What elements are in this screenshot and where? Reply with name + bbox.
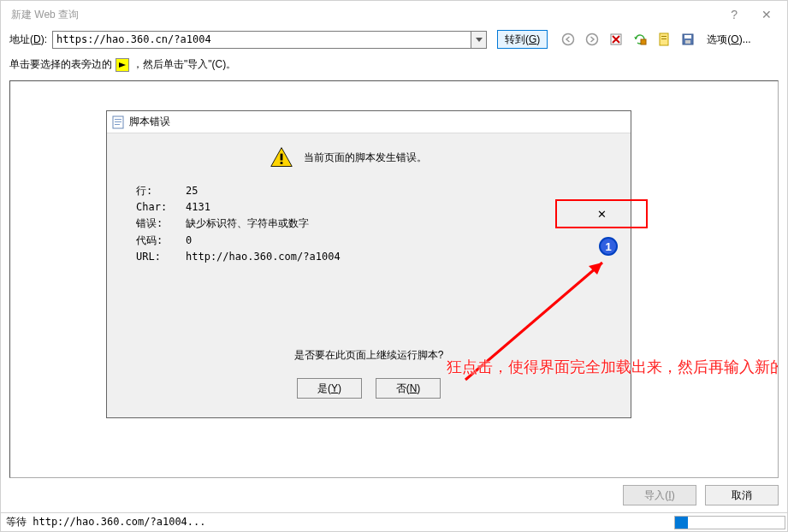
- instruction-row: 单击要选择的表旁边的 ，然后单击"导入"(C)。: [1, 52, 787, 80]
- svg-rect-11: [115, 119, 121, 120]
- go-button[interactable]: 转到(G): [497, 30, 548, 49]
- address-input[interactable]: [53, 32, 471, 48]
- line-value: 25: [186, 183, 198, 199]
- svg-rect-14: [281, 154, 283, 161]
- warning-icon: [270, 145, 293, 169]
- back-icon[interactable]: [561, 33, 575, 46]
- address-bar: 地址(D): 转到(G): [1, 28, 787, 52]
- svg-rect-9: [685, 40, 690, 44]
- dialog-title-text: 脚本错误: [129, 115, 170, 129]
- instruction-suffix: ，然后单击"导入"(C)。: [133, 57, 236, 72]
- svg-rect-3: [641, 39, 646, 44]
- svg-rect-12: [115, 121, 121, 122]
- options-button[interactable]: 选项(O)...: [707, 33, 750, 47]
- svg-rect-13: [115, 124, 120, 125]
- dialog-question: 是否要在此页面上继续运行脚本?: [124, 348, 613, 363]
- svg-rect-6: [661, 38, 667, 39]
- yes-button[interactable]: 是(Y): [297, 378, 362, 399]
- select-arrow-icon: [116, 58, 129, 72]
- dialog-message: 当前页面的脚本发生错误。: [304, 151, 427, 165]
- line-label: 行:: [136, 183, 186, 199]
- svg-rect-15: [281, 162, 283, 164]
- window-title: 新建 Web 查询: [11, 8, 79, 22]
- char-label: Char:: [136, 199, 186, 216]
- titlebar-controls: ? ✕: [731, 8, 785, 21]
- web-query-window: 新建 Web 查询 ? ✕ 地址(D): 转到(G): [0, 0, 788, 532]
- cancel-button[interactable]: 取消: [705, 485, 779, 505]
- script-error-dialog: 脚本错误 当前页面的脚本发生错误。 行:25 Char:4131 错误:缺少标识…: [106, 110, 631, 418]
- progress-bar: [674, 516, 785, 529]
- code-value: 0: [186, 233, 192, 249]
- statusbar: 等待 http://hao.360.com/?a1004...: [1, 512, 787, 531]
- refresh-icon[interactable]: [633, 33, 647, 46]
- no-button[interactable]: 否(N): [376, 378, 441, 399]
- char-value: 4131: [186, 199, 210, 216]
- chevron-down-icon: [476, 38, 483, 42]
- titlebar: 新建 Web 查询 ? ✕: [1, 1, 787, 28]
- dialog-buttons: 是(Y) 否(N): [124, 378, 613, 399]
- progress-fill: [675, 517, 688, 529]
- address-dropdown[interactable]: [471, 32, 486, 48]
- help-button[interactable]: ?: [731, 8, 738, 21]
- bottom-button-row: 导入(I) 取消: [1, 483, 787, 512]
- svg-point-0: [563, 34, 574, 45]
- error-label: 错误:: [136, 216, 186, 232]
- forward-icon[interactable]: [585, 33, 599, 46]
- svg-rect-5: [661, 36, 667, 37]
- status-text: 等待 http://hao.360.com/?a1004...: [6, 515, 674, 529]
- error-value: 缺少标识符、字符串或数字: [186, 216, 309, 232]
- stop-icon[interactable]: [609, 33, 623, 46]
- dialog-body: 当前页面的脚本发生错误。 行:25 Char:4131 错误:缺少标识符、字符串…: [107, 133, 631, 417]
- toolbar-icons: [561, 33, 695, 46]
- url-value: http://hao.360.com/?a1004: [186, 249, 341, 265]
- svg-rect-8: [684, 35, 691, 38]
- import-button: 导入(I): [623, 485, 696, 505]
- dialog-header: 当前页面的脚本发生错误。: [270, 145, 613, 169]
- address-label: 地址(D):: [9, 33, 47, 47]
- error-details: 行:25 Char:4131 错误:缺少标识符、字符串或数字 代码:0 URL:…: [136, 183, 613, 265]
- save-icon[interactable]: [681, 33, 695, 46]
- hide-icon[interactable]: [657, 33, 671, 46]
- close-button[interactable]: ✕: [761, 8, 772, 21]
- instruction-prefix: 单击要选择的表旁边的: [9, 57, 112, 72]
- code-label: 代码:: [136, 233, 186, 249]
- url-label: URL:: [136, 249, 186, 265]
- dialog-titlebar: 脚本错误: [107, 111, 631, 133]
- content-frame: 脚本错误 当前页面的脚本发生错误。 行:25 Char:4131 错误:缺少标识…: [9, 80, 779, 478]
- address-input-wrap: [52, 31, 487, 49]
- document-icon: [112, 115, 124, 129]
- svg-point-1: [587, 34, 598, 45]
